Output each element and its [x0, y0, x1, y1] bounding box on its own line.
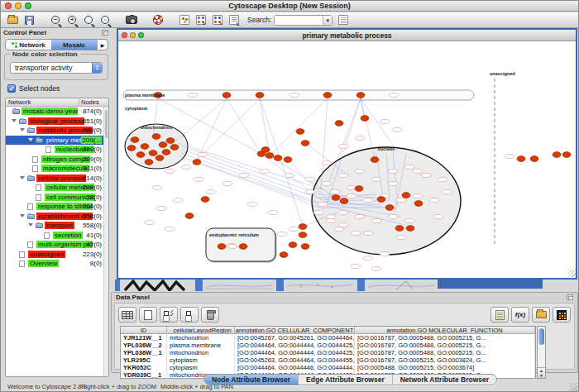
table-scrollbar-arrows[interactable]: ▲▼ — [538, 367, 545, 378]
search-dropdown-icon[interactable]: ▼ — [323, 16, 332, 25]
search-label: Search: — [247, 16, 271, 24]
tree-expander-icon[interactable] — [28, 138, 33, 141]
tree-row-macromolecule[interactable]: macromolecule311(0) — [6, 164, 108, 174]
select-nodes-row: ✓ Select nodes — [7, 84, 60, 93]
search-input[interactable] — [275, 16, 323, 25]
dropdown-stepper-icon: ▲▼ — [92, 63, 102, 73]
tree-row-unassigned[interactable]: unassigned223(0) — [6, 250, 108, 260]
network-canvas[interactable]: plasma membranecytoplasmmitochondrionnuc… — [118, 41, 576, 277]
zoom-in-button[interactable] — [64, 13, 80, 27]
float-panel-icon[interactable] — [102, 30, 108, 36]
zoom-out-icon — [51, 16, 60, 24]
status-bar: Welcome to Cytoscape 2.8.1 Right-click +… — [1, 380, 578, 391]
tree-scrollbar[interactable] — [103, 107, 108, 376]
network-file-icon — [36, 184, 41, 191]
node-color-dropdown[interactable]: transporter activity ▲▼ — [10, 62, 103, 74]
tree-row-secretion[interactable]: secretion41(0) — [6, 231, 108, 241]
tree-row-cellular-metabol[interactable]: cellular metabol209(0) — [6, 183, 108, 193]
app-resize-grip[interactable] — [569, 383, 577, 391]
table-cell: mitochondrion — [167, 334, 235, 342]
view-resize-grip[interactable] — [568, 270, 576, 277]
import-attributes-button[interactable] — [532, 307, 550, 323]
region-label: unassigned — [490, 71, 515, 76]
attribute-batch-editor-button[interactable] — [490, 307, 509, 323]
table-row[interactable]: YLR295Ccytoplasm[GO:0045263, GO:0044464,… — [121, 356, 535, 364]
tree-row-cell-communicat[interactable]: cell communicat22(0) — [6, 193, 108, 203]
table-cell: [GO:0016787, GO:0005488, GO:0005215, G..… — [355, 342, 535, 349]
region-label: cytoplasm — [125, 106, 147, 111]
delete-attribute-button[interactable] — [201, 307, 219, 323]
table-scrollbar-thumb[interactable] — [538, 328, 544, 345]
attribute-matrix-button[interactable] — [553, 307, 571, 323]
zoom-fit-button[interactable] — [80, 13, 97, 27]
function-builder-button[interactable]: f(x) — [511, 307, 529, 323]
attribute-table-button[interactable] — [118, 307, 136, 323]
table-column-header[interactable]: annotation.GO MOLECULAR_FUNCTION — [355, 327, 535, 333]
table-column-header[interactable]: annotation.GO CELLULAR_COMPONENT — [235, 327, 355, 333]
snapshot-camera-button[interactable] — [123, 13, 140, 27]
select-nodes-checkbox[interactable]: ✓ — [7, 84, 16, 93]
help-lifebuoy-button[interactable] — [150, 13, 166, 27]
save-session-button[interactable] — [21, 13, 37, 27]
create-attribute-button[interactable] — [139, 307, 157, 323]
table-row[interactable]: YPL036W__1mitochondrion[GO:0044464, GO:0… — [121, 349, 535, 356]
tree-expander-icon[interactable] — [20, 176, 25, 179]
annotation-document-button[interactable] — [226, 13, 242, 27]
paste-layout-button[interactable] — [209, 13, 226, 27]
tree-expander-icon[interactable] — [20, 128, 25, 131]
tree-row-mosaic-demo-yeast[interactable]: mosaic-demo-yeast874(0) — [6, 107, 108, 117]
tree-expander-icon[interactable] — [28, 223, 33, 227]
network-view-window: primary metabolic process plasma membran… — [117, 28, 577, 280]
folder-icon — [12, 109, 20, 114]
network-view-titlebar[interactable]: primary metabolic process — [118, 30, 576, 41]
delete-attribute-icon — [207, 312, 214, 320]
network-file-icon — [44, 232, 50, 239]
advanced-search-button[interactable] — [335, 13, 352, 27]
copy-layout-button[interactable] — [193, 13, 209, 27]
zoom-in-icon — [68, 16, 76, 24]
tree-row-nitrogen-compo[interactable]: nitrogen compo209(0) — [6, 155, 108, 165]
network-tree-header: Network Nodes — [6, 98, 108, 107]
tree-row-transport[interactable]: transport558(0) — [6, 221, 108, 231]
tree-row-response-to-stimul[interactable]: response to stimul264(0) — [6, 202, 108, 212]
open-file-icon — [7, 17, 18, 24]
table-row[interactable]: YKR052Ccytoplasm[GO:0044464, GO:0044446,… — [121, 364, 535, 371]
table-scrollbar[interactable]: ▲▼ — [537, 326, 546, 379]
table-row[interactable]: YJR121W__1mitochondrion[GO:0045267, GO:0… — [121, 334, 535, 342]
table-cell: YPL036W__2 — [121, 342, 167, 349]
unselect-attributes-button[interactable] — [180, 307, 199, 323]
tree-row-metabolic-process[interactable]: metabolic process280(0) — [6, 126, 108, 136]
table-cell: mitochondrion — [167, 349, 235, 356]
table-row[interactable]: YPL036W__2plasma membrane[GO:0044464, GO… — [121, 342, 535, 349]
tree-row-overview[interactable]: Overview8(0) — [6, 259, 108, 269]
open-file-button[interactable] — [4, 13, 21, 27]
tree-row-nucleobase-[interactable]: nucleobase-209(0) — [6, 145, 108, 155]
zoom-selected-region-button[interactable] — [97, 13, 113, 27]
tab-network[interactable]: Network — [6, 40, 51, 50]
float-data-panel-icon[interactable] — [567, 294, 573, 300]
network-view-title: primary metabolic process — [118, 31, 576, 40]
tree-expander-icon[interactable] — [20, 214, 25, 218]
zoom-selected-region-icon — [101, 16, 109, 24]
zoom-out-button[interactable] — [47, 13, 64, 27]
cytoscape-application-window: Cytoscape Desktop (New Session) Search: … — [0, 0, 579, 392]
tree-expander-icon[interactable] — [12, 119, 17, 122]
app-titlebar[interactable]: Cytoscape Desktop (New Session) — [1, 1, 578, 12]
vizmapper-button[interactable] — [176, 13, 193, 27]
tree-row-primary-metabo[interactable]: primary metabo209(... — [6, 136, 108, 146]
tree-row-node-count: 209(0) — [83, 146, 102, 153]
table-column-header[interactable]: ID — [121, 327, 167, 333]
tab-overflow-button[interactable]: ▶ — [97, 40, 108, 50]
tree-row-multi-organism-pro[interactable]: multi-organism pro42(0) — [6, 240, 108, 250]
table-column-header[interactable]: _cellularLayoutRegion — [167, 327, 235, 333]
network-file-icon — [27, 241, 33, 248]
select-attributes-button[interactable] — [160, 307, 178, 323]
tree-row-establishment-of-lo[interactable]: establishment of lo558(0) — [6, 212, 108, 222]
tree-row-node-count: 311(0) — [83, 165, 102, 172]
tab-mosaic[interactable]: Mosaic — [51, 40, 97, 50]
tree-row-cellular-process[interactable]: cellular process614(0) — [6, 174, 108, 184]
table-cell: [GO:0045263, GO:0044464, GO:0044455, G..… — [235, 356, 355, 364]
tree-row-biological-process[interactable]: biological_process651(0) — [6, 117, 108, 127]
attribute-table[interactable]: ID_cellularLayoutRegionannotation.GO CEL… — [120, 326, 536, 379]
data-panel: Data Panel f(x) ID_cellularLayoutRegiona… — [111, 292, 578, 373]
